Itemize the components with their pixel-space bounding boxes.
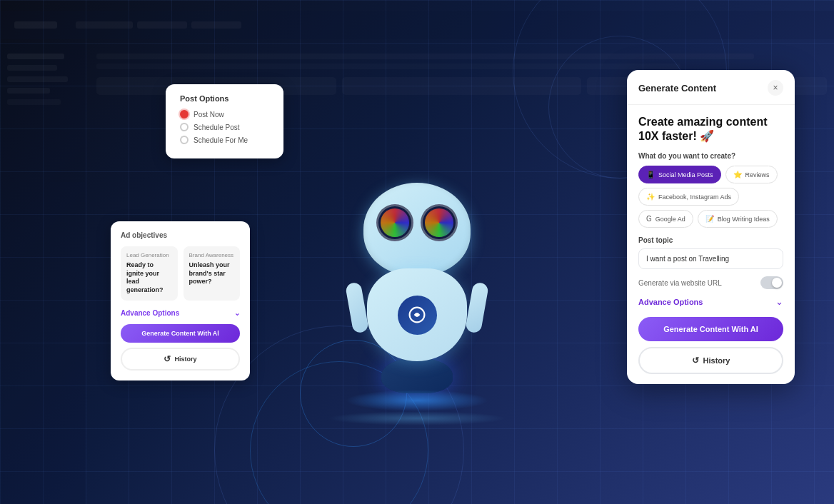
panel-headline: Create amazing content 10X faster! 🚀	[638, 115, 783, 143]
toggle-thumb	[772, 278, 782, 288]
robot-emblem	[398, 296, 437, 335]
reviews-button[interactable]: ⭐ Reviews	[725, 166, 778, 183]
website-url-toggle[interactable]	[760, 276, 783, 289]
post-options-card: Post Options Post Now Schedule Post Sche…	[166, 84, 283, 158]
robot-body	[367, 268, 467, 361]
content-types-row-2: ✨ Facebook, Instagram Ads	[638, 188, 783, 206]
post-topic-label: Post topic	[638, 236, 783, 244]
robot-glow	[346, 390, 488, 411]
schedule-for-me-option[interactable]: Schedule For Me	[180, 136, 269, 144]
robot-base	[381, 358, 453, 393]
ad-objectives-grid: Lead Generation Ready to ignite your lea…	[121, 246, 240, 301]
robot-left-arm	[345, 282, 369, 334]
blog-icon: 📝	[705, 215, 714, 223]
google-ad-button[interactable]: G Google Ad	[638, 210, 693, 228]
social-media-icon: 📱	[646, 171, 655, 178]
ad-card-title: Ad objectives	[121, 231, 240, 239]
ad-obj-brand-awareness[interactable]: Brand Awareness Unleash your brand's sta…	[184, 246, 241, 301]
advance-options-chevron-icon: ⌄	[775, 296, 783, 307]
ad-advance-options[interactable]: Advance Options ⌄	[121, 309, 240, 317]
ad-generate-button[interactable]: Generate Content With Al	[121, 324, 240, 343]
social-media-posts-button[interactable]: 📱 Social Media Posts	[638, 166, 721, 183]
panel-header: Generate Content ×	[627, 70, 795, 105]
google-icon: G	[646, 215, 652, 223]
content-types-row-1: 📱 Social Media Posts ⭐ Reviews	[638, 166, 783, 183]
website-url-row: Generate via website URL	[638, 276, 783, 289]
schedule-post-radio[interactable]	[180, 123, 189, 131]
ad-history-icon: ↺	[164, 354, 171, 364]
ad-obj-lead-gen-label: Lead Generation	[126, 252, 172, 258]
panel-body: Create amazing content 10X faster! 🚀 Wha…	[627, 105, 795, 384]
ad-obj-brand-text: Unleash your brand's star power?	[189, 261, 235, 286]
panel-close-button[interactable]: ×	[768, 80, 783, 96]
schedule-for-me-radio[interactable]	[180, 136, 189, 144]
generate-content-button[interactable]: Generate Content With AI	[638, 317, 783, 341]
robot-character	[324, 183, 510, 483]
facebook-icon: ✨	[646, 193, 655, 201]
main-panel: Generate Content × Create amazing conten…	[627, 70, 795, 384]
blog-ideas-button[interactable]: 📝 Blog Writing Ideas	[698, 210, 778, 228]
post-now-option[interactable]: Post Now	[180, 110, 269, 119]
post-now-radio[interactable]	[180, 110, 189, 119]
panel-title: Generate Content	[638, 83, 716, 94]
history-button[interactable]: ↺ History	[638, 347, 783, 374]
facebook-ads-button[interactable]: ✨ Facebook, Instagram Ads	[638, 188, 739, 206]
robot-left-eye	[376, 204, 413, 241]
ad-obj-brand-label: Brand Awareness	[189, 252, 235, 258]
content-types: 📱 Social Media Posts ⭐ Reviews ✨ Faceboo…	[638, 166, 783, 228]
content-types-row-3: G Google Ad 📝 Blog Writing Ideas	[638, 210, 783, 228]
reviews-icon: ⭐	[733, 171, 742, 178]
robot-platform	[328, 411, 506, 425]
advance-options-row[interactable]: Advance Options ⌄	[638, 296, 783, 307]
ad-obj-lead-gen-text: Ready to ignite your lead generation?	[126, 261, 172, 295]
post-options-title: Post Options	[180, 94, 269, 103]
history-icon: ↺	[692, 356, 699, 366]
robot-right-arm	[465, 282, 489, 334]
panel-question: What do you want to create?	[638, 152, 783, 160]
robot-head	[363, 183, 471, 276]
ad-chevron-icon: ⌄	[234, 309, 240, 317]
website-url-label: Generate via website URL	[638, 279, 722, 287]
post-topic-input[interactable]	[638, 248, 783, 269]
advance-options-label: Advance Options	[638, 298, 703, 306]
ad-history-button[interactable]: ↺ History	[121, 348, 240, 371]
robot-right-eye	[421, 204, 458, 241]
ad-objectives-card: Ad objectives Lead Generation Ready to i…	[111, 221, 250, 380]
schedule-post-option[interactable]: Schedule Post	[180, 123, 269, 131]
ad-obj-lead-gen[interactable]: Lead Generation Ready to ignite your lea…	[121, 246, 178, 301]
